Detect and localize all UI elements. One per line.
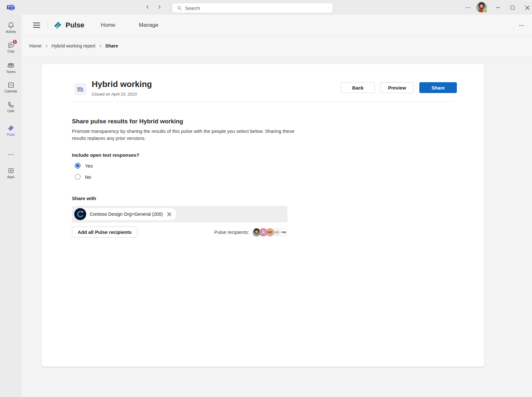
- share-with-label: Share with: [72, 196, 96, 201]
- sidebar-item-label: Calls: [7, 109, 14, 113]
- sidebar-item-label: Pulse: [7, 133, 15, 136]
- radio-label: Yes: [85, 163, 93, 169]
- sidebar-item-label: Chat: [7, 50, 14, 53]
- preview-button[interactable]: Preview: [380, 82, 414, 93]
- nav-forward-button[interactable]: [155, 3, 163, 11]
- section-heading: Share pulse results for Hybrid working: [72, 118, 183, 125]
- recipient-chip: Contoso Design Org>General (200): [74, 208, 176, 220]
- apps-plus-icon: [7, 167, 15, 174]
- tab-manage[interactable]: Manage: [139, 22, 158, 28]
- nav-back-button[interactable]: [144, 3, 152, 11]
- calendar-icon: [7, 81, 15, 89]
- share-card: Hybrid working Closed on April 23, 2023 …: [42, 64, 484, 367]
- radio-yes-selected[interactable]: [75, 163, 81, 169]
- sidebar-item-calendar[interactable]: Calendar: [0, 81, 22, 93]
- breadcrumb-separator-icon: [45, 44, 48, 48]
- search-input[interactable]: Search: [172, 3, 333, 13]
- search-icon: [177, 5, 182, 11]
- back-button[interactable]: Back: [341, 82, 375, 93]
- report-icon-box: [74, 83, 86, 95]
- radio-option-yes[interactable]: Yes: [75, 163, 93, 169]
- sidebar-item-teams[interactable]: Teams: [0, 61, 22, 74]
- titlebar-more-button[interactable]: [464, 4, 472, 11]
- chat-unread-badge: 1: [12, 39, 18, 45]
- main-region: Pulse Home Manage Home Hybrid working re…: [22, 15, 532, 397]
- content-area: Hybrid working Closed on April 23, 2023 …: [22, 56, 532, 397]
- app-more-button[interactable]: [517, 22, 526, 29]
- sidebar-item-activity[interactable]: Activity: [0, 22, 22, 33]
- user-avatar[interactable]: [476, 2, 487, 12]
- breadcrumb: Home Hybrid working report Share: [22, 36, 532, 56]
- radio-option-no[interactable]: No: [75, 174, 91, 180]
- maximize-button[interactable]: [508, 4, 517, 12]
- sidebar-item-chat[interactable]: 1 Chat: [0, 41, 22, 53]
- recipients-actions-row: Add all Pulse recipients Pulse recipient…: [72, 227, 287, 238]
- teams-people-icon: [7, 61, 15, 69]
- radio-no[interactable]: [75, 174, 81, 180]
- hamburger-menu-button[interactable]: [33, 23, 40, 28]
- window-titlebar: Search: [0, 0, 532, 15]
- report-title: Hybrid working: [92, 79, 152, 89]
- remove-recipient-button[interactable]: [166, 211, 172, 217]
- open-text-question: Include open text responses?: [72, 152, 139, 158]
- chat-bubble-icon: 1: [7, 41, 15, 49]
- minimize-button[interactable]: [494, 4, 502, 12]
- breadcrumb-current: Share: [105, 43, 118, 48]
- pulse-app-icon: [7, 124, 15, 132]
- sidebar-item-label: Calendar: [4, 90, 18, 93]
- section-description: Promote transparency by sharing the resu…: [72, 128, 295, 142]
- breadcrumb-report[interactable]: Hybrid working report: [52, 43, 96, 48]
- pulse-app-header: Pulse Home Manage: [22, 15, 532, 36]
- sidebar-item-calls[interactable]: Calls: [0, 101, 22, 113]
- recipient-chip-label: Contoso Design Org>General (200): [90, 212, 163, 217]
- breadcrumb-home[interactable]: Home: [29, 43, 42, 48]
- sidebar-item-apps[interactable]: Apps: [0, 167, 22, 179]
- contoso-org-avatar: [74, 208, 86, 220]
- card-actions: Back Preview Share: [341, 82, 457, 93]
- teams-logo: [6, 3, 15, 11]
- report-status: Closed on April 23, 2023: [92, 92, 137, 97]
- maximize-icon: [511, 6, 514, 10]
- share-button[interactable]: Share: [419, 82, 457, 93]
- radio-label: No: [85, 174, 91, 180]
- header-divider: [48, 20, 48, 30]
- sidebar-item-more-apps[interactable]: [0, 151, 22, 158]
- presence-available-icon: [483, 9, 487, 13]
- search-placeholder: Search: [185, 5, 200, 11]
- recipient-picker-field[interactable]: Contoso Design Org>General (200): [72, 206, 287, 222]
- recipient-avatar-stack: ME LS +96: [252, 228, 287, 236]
- pulse-recipients-label: Pulse recipients:: [214, 229, 249, 235]
- app-rail: Activity 1 Chat Teams: [0, 15, 22, 397]
- pulse-logo-icon: [53, 20, 62, 30]
- breadcrumb-separator-icon: [99, 44, 102, 48]
- newspaper-icon: [77, 86, 84, 93]
- pulse-recipients-group: Pulse recipients: ME LS +96: [214, 228, 287, 236]
- activity-bell-icon: [7, 22, 15, 29]
- sidebar-item-label: Activity: [6, 30, 16, 33]
- more-horizontal-icon: [7, 151, 14, 158]
- sidebar-item-pulse[interactable]: Pulse: [0, 124, 22, 136]
- add-all-recipients-button[interactable]: Add all Pulse recipients: [72, 227, 137, 238]
- card-divider: [72, 101, 453, 102]
- sidebar-item-label: Apps: [7, 175, 15, 179]
- close-button[interactable]: [523, 4, 531, 12]
- phone-icon: [7, 101, 15, 108]
- recipient-photo-avatar: [252, 228, 261, 236]
- history-navigation: [144, 3, 163, 11]
- app-title: Pulse: [66, 21, 84, 29]
- tab-home[interactable]: Home: [101, 22, 115, 28]
- sidebar-item-label: Teams: [6, 70, 15, 74]
